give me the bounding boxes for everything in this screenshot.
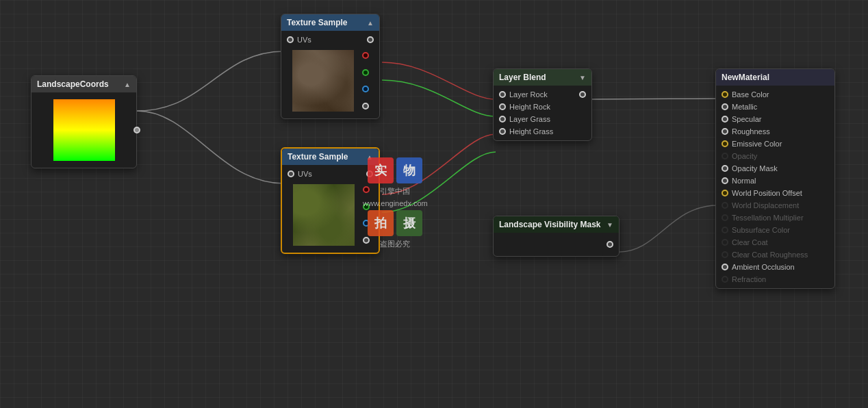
node-layerblend-body: Layer Rock Height Rock Layer Grass Heigh…	[494, 86, 591, 140]
node-material-body: Base Color Metallic Specular Roughness E…	[716, 86, 834, 288]
material-roughness-label: Roughness	[732, 127, 770, 136]
material-subsurface-pin	[722, 227, 728, 233]
node-tex2-arrow: ▲	[366, 153, 373, 161]
material-ao-label: Ambient Occlusion	[732, 263, 795, 271]
node-texture-sample-2[interactable]: Texture Sample ▲ UVs	[281, 147, 380, 254]
material-normal-label: Normal	[732, 177, 756, 185]
material-base-color-label: Base Color	[732, 90, 769, 99]
tex2-r-pin[interactable]	[363, 186, 370, 193]
layerblend-layer-grass-pin[interactable]	[499, 116, 506, 123]
node-tex1-body: UVs	[281, 31, 379, 118]
material-world-disp-label: World Displacement	[732, 201, 799, 209]
material-row-base-color: Base Color	[716, 88, 834, 101]
material-row-refraction: Refraction	[716, 273, 834, 285]
layerblend-height-grass-pin[interactable]	[499, 128, 506, 135]
node-texture-sample-1[interactable]: Texture Sample ▲ UVs	[281, 14, 380, 119]
layerblend-height-rock-pin[interactable]	[499, 103, 506, 110]
node-tex1-header: Texture Sample ▲	[281, 14, 379, 31]
material-roughness-pin[interactable]	[722, 128, 728, 135]
material-clearcoat-pin	[722, 239, 728, 246]
material-row-subsurface: Subsurface Color	[716, 224, 834, 236]
material-base-color-pin[interactable]	[722, 91, 728, 98]
node-layer-blend[interactable]: Layer Blend ▼ Layer Rock Height Rock Lay…	[493, 68, 592, 141]
material-ao-pin[interactable]	[722, 264, 728, 270]
tex2-uvs-label: UVs	[298, 170, 312, 178]
wm-text-1: 引擎中国	[380, 186, 410, 196]
material-opacity-mask-label: Opacity Mask	[732, 164, 778, 173]
tex2-a-pin[interactable]	[363, 237, 370, 244]
layerblend-height-grass-label: Height Grass	[509, 127, 553, 136]
material-row-clearcoat: Clear Coat	[716, 236, 834, 248]
tex2-uvs-pin[interactable]	[288, 170, 294, 177]
material-row-roughness: Roughness	[716, 125, 834, 138]
layerblend-row-3: Height Grass	[494, 125, 591, 138]
tex1-uvs-pin[interactable]	[287, 36, 294, 43]
layerblend-row-0: Layer Rock	[494, 88, 591, 101]
node-coords-title: LandscapeCoords	[37, 79, 109, 89]
material-row-clearcoat-rough: Clear Coat Roughness	[716, 248, 834, 261]
wm-text-3: 盗图必究	[380, 239, 410, 249]
tex2-b-pin[interactable]	[363, 220, 370, 227]
material-row-opacity: Opacity	[716, 150, 834, 162]
material-emissive-pin[interactable]	[722, 140, 728, 147]
node-tex2-header: Texture Sample ▲	[282, 149, 379, 165]
layerblend-height-rock-label: Height Rock	[509, 103, 550, 111]
node-tex1-arrow: ▲	[367, 19, 374, 27]
coords-output-pin[interactable]	[133, 127, 140, 133]
material-row-tessellation: Tessellation Multiplier	[716, 212, 834, 224]
material-specular-pin[interactable]	[722, 116, 728, 123]
tex1-g-pin[interactable]	[362, 69, 369, 76]
wm-badge-4: 摄	[396, 210, 422, 236]
tex1-uvs-out-pin[interactable]	[367, 36, 374, 43]
material-row-specular: Specular	[716, 113, 834, 125]
wm-badge-2: 物	[396, 157, 422, 183]
visibility-out-pin[interactable]	[607, 241, 613, 248]
layerblend-layer-rock-label: Layer Rock	[509, 90, 548, 99]
node-layerblend-arrow: ▼	[579, 74, 586, 81]
tex1-b-pin[interactable]	[362, 86, 369, 92]
material-row-metallic: Metallic	[716, 101, 834, 113]
node-tex2-body: UVs	[282, 165, 379, 253]
layerblend-row-2: Layer Grass	[494, 113, 591, 125]
layerblend-row-1: Height Rock	[494, 101, 591, 113]
material-clearcoat-label: Clear Coat	[732, 238, 768, 246]
material-row-opacity-mask: Opacity Mask	[716, 162, 834, 175]
node-new-material[interactable]: NewMaterial Base Color Metallic Specular…	[715, 68, 835, 289]
material-opacity-label: Opacity	[732, 152, 757, 160]
material-opacity-mask-pin[interactable]	[722, 165, 728, 172]
tex2-uvs-out-pin[interactable]	[366, 170, 373, 177]
material-tessellation-label: Tessellation Multiplier	[732, 214, 804, 222]
coords-preview	[53, 99, 115, 161]
material-refraction-label: Refraction	[732, 275, 766, 283]
tex2-g-pin[interactable]	[363, 203, 370, 210]
node-visibility-body	[494, 233, 619, 256]
node-layerblend-header: Layer Blend ▼	[494, 69, 591, 86]
tex2-preview	[293, 184, 355, 246]
visibility-output-row	[494, 235, 619, 253]
node-landscapecoords[interactable]: LandscapeCoords ▲	[31, 75, 137, 168]
material-world-pos-pin[interactable]	[722, 190, 728, 196]
material-row-normal: Normal	[716, 175, 834, 187]
tex1-uvs-label: UVs	[297, 36, 311, 44]
node-layerblend-title: Layer Blend	[499, 73, 546, 82]
material-row-ao: Ambient Occlusion	[716, 261, 834, 273]
tex1-preview	[292, 50, 354, 112]
material-metallic-pin[interactable]	[722, 103, 728, 110]
node-material-title: NewMaterial	[722, 73, 769, 82]
material-clearcoat-rough-label: Clear Coat Roughness	[732, 251, 808, 259]
node-tex1-title: Texture Sample	[287, 18, 347, 27]
node-material-header: NewMaterial	[716, 69, 834, 86]
node-coords-arrow: ▲	[124, 81, 131, 88]
node-visibility-mask[interactable]: Landscape Visibility Mask ▼	[493, 216, 620, 257]
material-metallic-label: Metallic	[732, 103, 757, 111]
tex1-r-pin[interactable]	[362, 52, 369, 59]
node-tex2-uvs-row: UVs	[282, 168, 379, 180]
material-world-pos-label: World Position Offset	[732, 189, 802, 197]
layerblend-out-pin[interactable]	[579, 91, 586, 98]
tex1-a-pin[interactable]	[362, 103, 369, 110]
layerblend-layer-rock-pin[interactable]	[499, 91, 506, 98]
node-visibility-arrow: ▼	[607, 221, 613, 229]
material-normal-pin[interactable]	[722, 177, 728, 184]
material-row-emissive: Emissive Color	[716, 138, 834, 150]
material-tessellation-pin	[722, 214, 728, 221]
